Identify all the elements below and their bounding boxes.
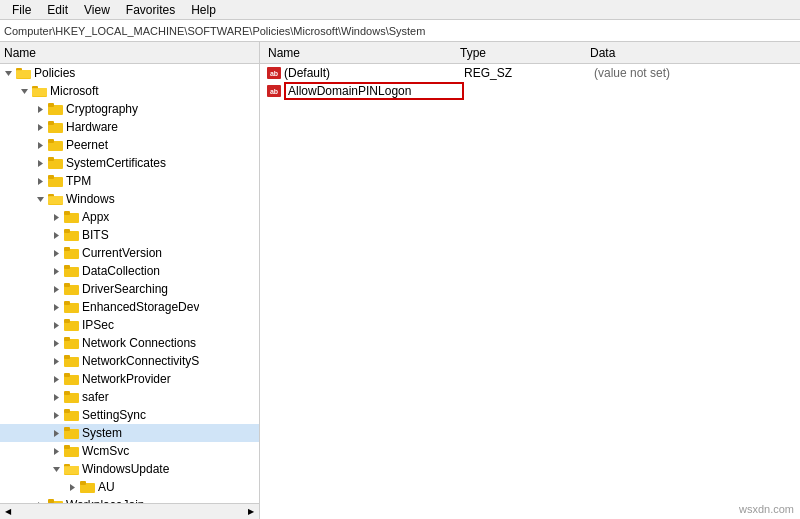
tree-content[interactable]: PoliciesMicrosoftCryptographyHardwarePee…: [0, 64, 259, 503]
tree-item-hardware[interactable]: Hardware: [0, 118, 259, 136]
tree-item-settingsync[interactable]: SettingSync: [0, 406, 259, 424]
tree-expander[interactable]: [48, 263, 64, 279]
tree-item-driversearching[interactable]: DriverSearching: [0, 280, 259, 298]
tree-item-windowsupdate[interactable]: WindowsUpdate: [0, 460, 259, 478]
folder-icon: [32, 84, 48, 98]
tree-item-label: SettingSync: [82, 408, 146, 422]
tree-expander[interactable]: [48, 443, 64, 459]
folder-icon: [64, 264, 80, 278]
folder-icon: [16, 66, 32, 80]
tree-expander[interactable]: [48, 371, 64, 387]
tree-item-label: Cryptography: [66, 102, 138, 116]
tree-item-currentversion[interactable]: CurrentVersion: [0, 244, 259, 262]
tree-expander[interactable]: [48, 461, 64, 477]
tree-item-label: DriverSearching: [82, 282, 168, 296]
svg-rect-44: [64, 301, 70, 305]
svg-marker-57: [54, 394, 59, 401]
tree-item-label: Policies: [34, 66, 75, 80]
svg-rect-65: [64, 427, 70, 431]
svg-rect-19: [48, 157, 54, 161]
svg-rect-75: [80, 481, 86, 485]
svg-rect-3: [16, 70, 31, 78]
tree-expander[interactable]: [32, 101, 48, 117]
reg-row-allowdomainpin[interactable]: ab AllowDomainPINLogon: [260, 82, 800, 100]
tree-item-label: WindowsUpdate: [82, 462, 169, 476]
tree-expander[interactable]: [48, 245, 64, 261]
tree-item-au[interactable]: AU: [0, 478, 259, 496]
folder-icon: [48, 138, 64, 152]
folder-icon: [48, 174, 64, 188]
svg-marker-27: [54, 214, 59, 221]
tree-item-label: AU: [98, 480, 115, 494]
tree-expander[interactable]: [48, 335, 64, 351]
tree-expander[interactable]: [48, 353, 64, 369]
tree-expander[interactable]: [32, 155, 48, 171]
tree-expander[interactable]: [48, 317, 64, 333]
tree-expander[interactable]: [0, 65, 16, 81]
tree-item-label: Microsoft: [50, 84, 99, 98]
right-content[interactable]: ab (Default)REG_SZ(value not set) ab All…: [260, 64, 800, 519]
tree-expander[interactable]: [32, 173, 48, 189]
folder-icon: [64, 354, 80, 368]
tree-expander[interactable]: [48, 389, 64, 405]
tree-expander[interactable]: [48, 209, 64, 225]
svg-marker-17: [38, 160, 43, 167]
tree-item-networkprovider[interactable]: NetworkProvider: [0, 370, 259, 388]
menu-view[interactable]: View: [76, 1, 118, 19]
tree-item-appx[interactable]: Appx: [0, 208, 259, 226]
tree-item-system[interactable]: System: [0, 424, 259, 442]
tree-item-policies[interactable]: Policies: [0, 64, 259, 82]
tree-expander[interactable]: [32, 191, 48, 207]
tree-item-bits[interactable]: BITS: [0, 226, 259, 244]
tree-expander[interactable]: [64, 479, 80, 495]
tree-item-label: Network Connections: [82, 336, 196, 350]
tree-item-enhancedstoragedev[interactable]: EnhancedStorageDev: [0, 298, 259, 316]
menu-help[interactable]: Help: [183, 1, 224, 19]
folder-icon: [48, 192, 64, 206]
svg-text:ab: ab: [270, 70, 278, 77]
tree-item-tpm[interactable]: TPM: [0, 172, 259, 190]
tree-item-wcmsvc[interactable]: WcmSvc: [0, 442, 259, 460]
tree-item-safer[interactable]: safer: [0, 388, 259, 406]
tree-item-peernet[interactable]: Peernet: [0, 136, 259, 154]
tree-expander[interactable]: [48, 299, 64, 315]
tree-hscroll[interactable]: ◀ ▶: [0, 503, 259, 519]
tree-item-microsoft[interactable]: Microsoft: [0, 82, 259, 100]
tree-item-windows[interactable]: Windows: [0, 190, 259, 208]
tree-item-networkconnectivitys[interactable]: NetworkConnectivityS: [0, 352, 259, 370]
svg-marker-8: [38, 106, 43, 113]
tree-expander[interactable]: [32, 137, 48, 153]
svg-text:ab: ab: [270, 88, 278, 95]
tree-item-ipsec[interactable]: IPSec: [0, 316, 259, 334]
reg-name-allowdomainpin: AllowDomainPINLogon: [284, 82, 464, 100]
tree-item-networkconnections[interactable]: Network Connections: [0, 334, 259, 352]
tree-item-systemcertificates[interactable]: SystemCertificates: [0, 154, 259, 172]
tree-expander[interactable]: [48, 227, 64, 243]
svg-rect-29: [64, 211, 70, 215]
hscroll-right[interactable]: ▶: [243, 504, 259, 520]
tree-item-cryptography[interactable]: Cryptography: [0, 100, 259, 118]
tree-expander[interactable]: [32, 119, 48, 135]
tree-item-label: NetworkProvider: [82, 372, 171, 386]
tree-item-label: Appx: [82, 210, 109, 224]
tree-expander[interactable]: [48, 281, 64, 297]
reg-name-default: (Default): [284, 66, 464, 80]
tree-expander[interactable]: [48, 425, 64, 441]
tree-item-workplacejoin[interactable]: WorkplaceJoin: [0, 496, 259, 503]
menu-favorites[interactable]: Favorites: [118, 1, 183, 19]
svg-marker-11: [38, 124, 43, 131]
tree-item-datacollection[interactable]: DataCollection: [0, 262, 259, 280]
tree-expander[interactable]: [48, 407, 64, 423]
tree-expander[interactable]: [16, 83, 32, 99]
tree-item-label: EnhancedStorageDev: [82, 300, 199, 314]
menu-file[interactable]: File: [4, 1, 39, 19]
tree-item-label: BITS: [82, 228, 109, 242]
menu-edit[interactable]: Edit: [39, 1, 76, 19]
folder-icon: [64, 318, 80, 332]
tree-item-label: IPSec: [82, 318, 114, 332]
svg-rect-62: [64, 409, 70, 413]
watermark: wsxdn.com: [739, 503, 794, 515]
hscroll-left[interactable]: ◀: [0, 504, 16, 520]
reg-row-default[interactable]: ab (Default)REG_SZ(value not set): [260, 64, 800, 82]
hscroll-track[interactable]: [16, 504, 243, 520]
